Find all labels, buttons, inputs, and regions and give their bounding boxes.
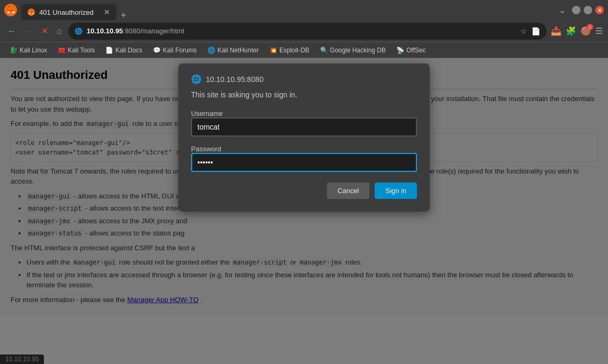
bookmark-exploit-db[interactable]: 💥 Exploit-DB	[265, 46, 314, 55]
reader-mode-icon[interactable]: 📄	[531, 27, 540, 35]
home-button[interactable]: ⌂	[55, 24, 64, 38]
signin-button[interactable]: Sign in	[375, 183, 417, 199]
tabs-area: 🦊 401 Unauthorized ✕ +	[21, 0, 552, 20]
kali-forums-icon: 💬	[153, 47, 161, 54]
password-label: Password	[191, 145, 221, 153]
offsec-icon: 📡	[396, 47, 404, 54]
browser-chrome: 🦊 🦊 401 Unauthorized ✕ + ⌄ ✕ ← → ✕ ⌂ 🌐 1…	[0, 0, 608, 58]
forward-button[interactable]: →	[22, 24, 35, 38]
menu-button[interactable]: ☰	[595, 26, 603, 36]
address-path: :8080/manager/html	[123, 27, 184, 35]
pocket-button[interactable]: 📥	[551, 26, 561, 36]
minimize-button[interactable]	[572, 6, 580, 14]
bookmark-kali-forums-label: Kali Forums	[163, 47, 197, 54]
window-controls: ✕	[572, 6, 604, 14]
kali-docs-icon: 📄	[105, 47, 113, 54]
bookmarks-bar: 🐉 Kali Linux 🧰 Kali Tools 📄 Kali Docs 💬 …	[0, 42, 608, 58]
firefox-icon: 🦊	[4, 4, 17, 16]
kali-linux-icon: 🐉	[10, 47, 17, 54]
auth-overlay: 🌐 10.10.10.95:8080 This site is asking y…	[0, 58, 608, 364]
close-window-button[interactable]: ✕	[595, 6, 604, 14]
bookmark-offsec-label: OffSec	[406, 47, 425, 54]
dialog-buttons: Cancel Sign in	[191, 183, 417, 199]
lock-icon: 🌐	[75, 28, 83, 35]
bookmark-kali-docs[interactable]: 📄 Kali Docs	[101, 46, 147, 55]
address-host: 10.10.10.95	[87, 27, 123, 35]
bookmark-google-hacking-label: Google Hacking DB	[330, 47, 386, 54]
exploit-db-icon: 💥	[269, 47, 277, 54]
bookmark-kali-nethunter-label: Kali NetHunter	[217, 47, 259, 54]
bookmark-kali-linux[interactable]: 🐉 Kali Linux	[5, 46, 51, 55]
bookmark-google-hacking[interactable]: 🔍 Google Hacking DB	[316, 46, 390, 55]
cancel-button[interactable]: Cancel	[327, 183, 369, 199]
back-button[interactable]: ←	[5, 24, 18, 38]
overflow-button[interactable]: ⌄	[557, 5, 568, 15]
globe-icon: 🌐	[191, 74, 202, 84]
dialog-subtitle: This site is asking you to sign in.	[191, 90, 417, 99]
new-tab-button[interactable]: +	[116, 11, 131, 20]
google-hacking-icon: 🔍	[320, 47, 328, 54]
dialog-header: 🌐 10.10.10.95:8080	[191, 74, 417, 84]
extensions-button[interactable]: 🧩	[566, 26, 576, 36]
bookmark-kali-docs-label: Kali Docs	[115, 47, 142, 54]
stop-button[interactable]: ✕	[39, 24, 50, 38]
kali-nethunter-icon: 🌐	[207, 47, 215, 54]
bookmark-kali-linux-label: Kali Linux	[20, 47, 47, 54]
username-label: Username	[191, 110, 223, 117]
title-bar: 🦊 🦊 401 Unauthorized ✕ + ⌄ ✕	[0, 0, 608, 20]
kali-tools-icon: 🧰	[58, 47, 66, 54]
address-bar-wrap[interactable]: 🌐 10.10.10.95:8080/manager/html ☆ 📄	[68, 23, 547, 40]
bookmark-star-icon[interactable]: ☆	[520, 27, 527, 35]
maximize-button[interactable]	[584, 6, 592, 14]
page-wrapper: 401 Unauthorized You are not authorized …	[0, 58, 608, 364]
bookmark-offsec[interactable]: 📡 OffSec	[392, 46, 430, 55]
password-input[interactable]	[191, 153, 417, 172]
addon-badge: 1	[587, 24, 593, 30]
bookmark-exploit-db-label: Exploit-DB	[279, 47, 310, 54]
addon-button[interactable]: 🟤 1	[580, 26, 591, 36]
dialog-domain: 10.10.10.95:8080	[206, 75, 264, 84]
username-input[interactable]	[191, 117, 417, 136]
bookmark-kali-tools-label: Kali Tools	[68, 47, 95, 54]
bookmark-kali-nethunter[interactable]: 🌐 Kali NetHunter	[203, 46, 263, 55]
nav-right-icons: 📥 🧩 🟤 1 ☰	[551, 26, 603, 36]
tab-close-button[interactable]: ✕	[104, 8, 110, 16]
address-bar[interactable]: 10.10.10.95:8080/manager/html	[87, 27, 516, 35]
tab-favicon: 🦊	[28, 8, 35, 16]
auth-dialog: 🌐 10.10.10.95:8080 This site is asking y…	[178, 63, 430, 212]
nav-bar: ← → ✕ ⌂ 🌐 10.10.10.95:8080/manager/html …	[0, 20, 608, 42]
bookmark-kali-forums[interactable]: 💬 Kali Forums	[149, 46, 201, 55]
tab-title: 401 Unauthorized	[39, 8, 99, 16]
active-tab[interactable]: 🦊 401 Unauthorized ✕	[21, 4, 116, 20]
bookmark-kali-tools[interactable]: 🧰 Kali Tools	[53, 46, 99, 55]
